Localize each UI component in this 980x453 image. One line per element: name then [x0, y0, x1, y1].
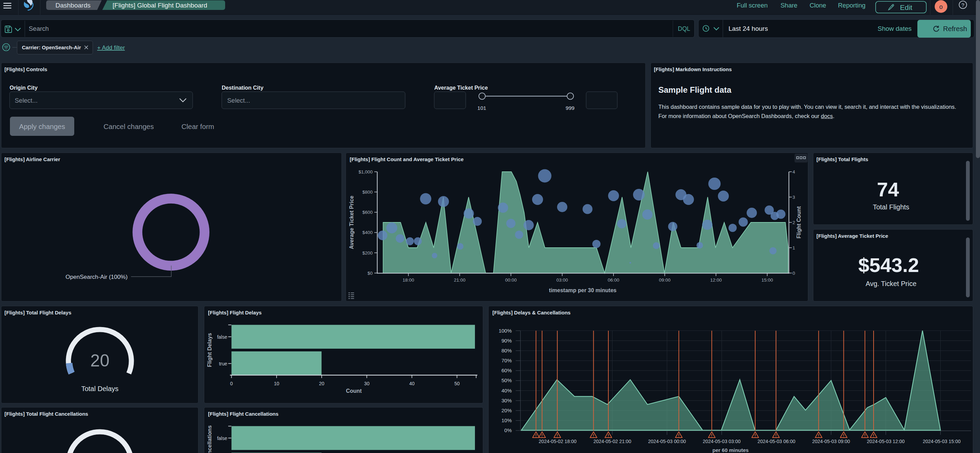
svg-text:20: 20 [319, 381, 325, 386]
svg-text:$1,000: $1,000 [359, 169, 372, 175]
svg-text:70%: 70% [501, 358, 512, 363]
svg-text:false: false [217, 436, 227, 441]
svg-text:20%: 20% [501, 407, 512, 413]
svg-text:Total Delays: Total Delays [81, 385, 118, 393]
svg-text:Average Ticket Price: Average Ticket Price [434, 85, 488, 91]
svg-text:timestamp per 30 minutes: timestamp per 30 minutes [549, 288, 617, 293]
svg-text:30: 30 [364, 381, 369, 386]
svg-text:10: 10 [274, 381, 280, 386]
svg-text:per 60 minutes: per 60 minutes [713, 447, 749, 453]
svg-text:false: false [217, 334, 227, 340]
svg-text:2024-05-03 09:00: 2024-05-03 09:00 [812, 439, 850, 444]
svg-text:2024-05-03 15:00: 2024-05-03 15:00 [923, 439, 961, 444]
svg-text:Flight Delays: Flight Delays [207, 333, 213, 367]
svg-text:0: 0 [792, 271, 795, 276]
svg-text:1: 1 [792, 245, 795, 250]
svg-text:Average Ticket Price: Average Ticket Price [349, 196, 355, 250]
svg-text:2: 2 [792, 220, 795, 225]
svg-text:20: 20 [90, 351, 110, 370]
svg-text:2024-05-03 06:00: 2024-05-03 06:00 [757, 439, 795, 444]
svg-text:40: 40 [409, 381, 415, 386]
svg-text:Cancel changes: Cancel changes [103, 122, 154, 130]
svg-text:21:00: 21:00 [454, 278, 466, 283]
svg-text:Apply changes: Apply changes [19, 122, 65, 130]
svg-text:Origin City: Origin City [10, 85, 38, 91]
svg-text:Refresh: Refresh [943, 25, 967, 32]
svg-text:50%: 50% [501, 377, 512, 383]
svg-text:4: 4 [792, 169, 795, 175]
svg-text:10%: 10% [501, 417, 512, 423]
svg-text:15:00: 15:00 [761, 278, 773, 283]
svg-text:Select...: Select... [227, 97, 250, 104]
svg-text:DQL: DQL [678, 25, 690, 32]
svg-text:09:00: 09:00 [659, 278, 671, 283]
svg-text:06:00: 06:00 [608, 278, 619, 283]
svg-text:$400: $400 [363, 230, 372, 235]
svg-text:true: true [219, 361, 227, 366]
svg-text:Show dates: Show dates [878, 25, 912, 32]
svg-text:999: 999 [566, 105, 574, 111]
svg-text:Last 24 hours: Last 24 hours [729, 25, 768, 32]
svg-text:Count: Count [346, 388, 362, 394]
svg-text:$200: $200 [363, 250, 372, 256]
svg-text:2024-05-03 12:00: 2024-05-03 12:00 [867, 439, 905, 444]
svg-text:90%: 90% [501, 338, 512, 343]
svg-text:60%: 60% [501, 367, 512, 373]
svg-text:50: 50 [454, 381, 460, 386]
svg-text:12:00: 12:00 [710, 278, 722, 283]
svg-text:03:00: 03:00 [556, 278, 568, 283]
svg-text:2024-05-02 21:00: 2024-05-02 21:00 [593, 439, 631, 444]
svg-text:Destination City: Destination City [222, 85, 264, 91]
svg-text:2024-05-03 00:00: 2024-05-03 00:00 [648, 439, 686, 444]
svg-text:Flight Cancellations: Flight Cancellations [207, 425, 213, 453]
svg-text:2024-05-03 03:00: 2024-05-03 03:00 [703, 439, 741, 444]
svg-text:Select...: Select... [15, 97, 38, 104]
svg-text:18:00: 18:00 [403, 278, 414, 283]
svg-text:0: 0 [230, 381, 233, 386]
svg-text:OpenSearch-Air (100%): OpenSearch-Air (100%) [66, 274, 127, 280]
svg-text:80%: 80% [501, 348, 512, 353]
svg-text:$0: $0 [368, 271, 372, 276]
svg-text:2024-05-02 18:00: 2024-05-02 18:00 [539, 439, 577, 444]
svg-text:3: 3 [792, 195, 795, 200]
svg-text:40%: 40% [501, 388, 512, 393]
svg-text:0%: 0% [504, 428, 512, 433]
svg-text:Clear form: Clear form [181, 122, 214, 130]
svg-text:Flight Count: Flight Count [796, 206, 802, 238]
svg-text:$600: $600 [363, 210, 372, 215]
svg-text:$800: $800 [363, 189, 372, 195]
svg-text:30%: 30% [501, 397, 512, 404]
svg-text:101: 101 [477, 105, 486, 111]
svg-text:100%: 100% [498, 328, 512, 334]
svg-text:00:00: 00:00 [505, 278, 517, 283]
